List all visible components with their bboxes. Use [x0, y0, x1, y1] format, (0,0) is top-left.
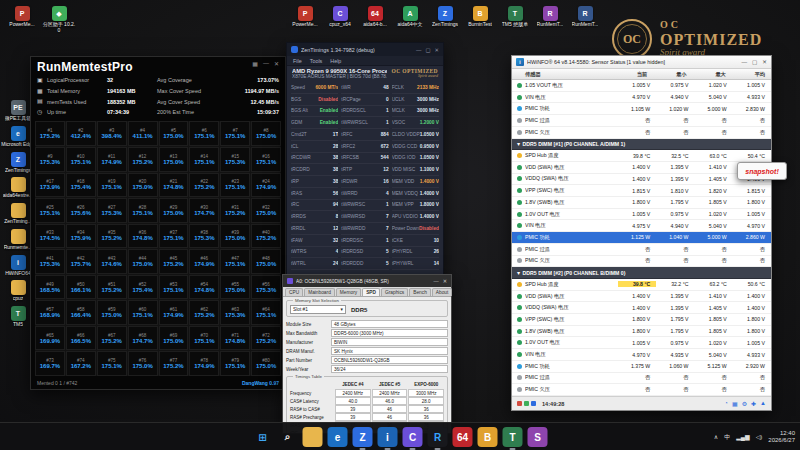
desktop-icon[interactable]: ◆ 分区助手 10.2.0	[42, 6, 76, 34]
sensor-row[interactable]: VIN 电压 4.970 V 4.940 V 5.040 V 4.933 V	[512, 92, 771, 104]
taskbar-app-icon[interactable]: i	[378, 427, 398, 447]
desktop-icon[interactable]: C cpuz_x64	[323, 6, 357, 28]
menu-item[interactable]: Tools	[310, 58, 323, 64]
sensor-avg: 1.005 V	[733, 211, 771, 217]
sensor-row[interactable]: PMIC 过温 否 否 否 否	[512, 244, 771, 256]
sensor-row[interactable]: PMIC 过温 否 否 否 否	[512, 115, 771, 127]
desktop-icon[interactable]: 64 aida64-b...	[358, 6, 392, 28]
desktop-icon[interactable]: P PowerMe...	[288, 6, 322, 28]
sensor-row[interactable]: SPD Hub 温度 39.8 °C 32.5 °C 63.0 °C 50.4 …	[512, 150, 771, 162]
tab[interactable]: CPU	[285, 288, 303, 296]
menu-item[interactable]: Help	[330, 58, 341, 64]
cell-coverage: 166.4%	[71, 312, 91, 318]
snapshot-button[interactable]: snapshot!	[737, 162, 787, 180]
sensor-row[interactable]: VDDQ (SWA) 电压 1.400 V 1.395 V 1.405 V 1.…	[512, 302, 771, 314]
close-icon[interactable]: ✕	[274, 60, 279, 67]
desktop-icon[interactable]: P PowerMe...	[5, 6, 39, 34]
taskbar-app-icon[interactable]: R	[428, 427, 448, 447]
memtest-cell: #27 175.3%	[97, 198, 127, 223]
timing-row: Cmd2T 1T	[291, 129, 338, 141]
desktop-icon[interactable]: R RunMemT...	[533, 6, 567, 28]
sensor-row[interactable]: 1.05 VOUT 电压 1.005 V 0.975 V 1.020 V 1.0…	[512, 80, 771, 92]
sensor-row[interactable]: PMIC 欠压 否 否 否 否	[512, 127, 771, 139]
memtest-grid-icon[interactable]: ▦	[252, 60, 258, 67]
taskbar-app-icon[interactable]: T	[503, 427, 523, 447]
sensor-max: 63.2 °C	[695, 281, 733, 287]
cell-coverage: 174.9%	[194, 261, 214, 267]
tab[interactable]: Mainboard	[304, 288, 335, 296]
desktop-icon[interactable]: Z ZenTimings	[428, 6, 462, 28]
taskbar-app-icon[interactable]: 64	[453, 427, 473, 447]
taskbar-clock[interactable]: 12:40 2026/6/27	[768, 430, 795, 445]
taskbar-app-icon[interactable]: B	[478, 427, 498, 447]
memtest-cell: #17 173.9%	[35, 173, 65, 198]
memory-slot-select[interactable]: Slot #1 ▾	[290, 305, 346, 314]
sensor-row[interactable]: PMIC 欠压 否 否 否 否	[512, 384, 771, 396]
tray-icon[interactable]: ▂▄▆	[736, 433, 749, 442]
memtest-cell: #66 166.5%	[66, 326, 96, 351]
minimize-icon[interactable]: —	[741, 59, 747, 65]
desktop-icon[interactable]: R RunMemT...	[568, 6, 602, 28]
minimize-icon[interactable]: —	[433, 278, 438, 284]
close-icon[interactable]: ✕	[762, 59, 767, 65]
sensor-max: 否	[695, 129, 733, 136]
timing-row: tRC 94	[291, 200, 338, 212]
sensor-row[interactable]: 1.8V (SWB) 电压 1.800 V 1.795 V 1.805 V 1.…	[512, 197, 771, 209]
minimize-icon[interactable]: —	[416, 47, 421, 53]
cpuz-title: A0: OCBNL59260DW1-Q28GB (48GB, SR)	[296, 279, 430, 284]
statusbar-button-icon[interactable]: ✚	[751, 400, 756, 407]
desktop-icon[interactable]: B BurninTest	[463, 6, 497, 28]
sensor-row[interactable]: PMIC 功耗 1.105 W 1.020 W 5.000 W 2.830 W	[512, 103, 771, 115]
sensor-min: 1.395 V	[656, 176, 694, 182]
tab[interactable]: SPD	[362, 288, 380, 296]
sensor-row[interactable]: VDD (SWA) 电压 1.400 V 1.395 V 1.410 V 1.4…	[512, 291, 771, 303]
taskbar-app-icon[interactable]: Z	[353, 427, 373, 447]
sensor-row[interactable]: PMIC 功耗 1.125 W 1.040 W 5.000 W 2.860 W	[512, 232, 771, 244]
sensor-row[interactable]: VIN 电压 4.975 V 4.940 V 5.040 V 4.970 V	[512, 220, 771, 232]
sensor-current: 1.005 V	[618, 340, 656, 346]
sensor-row[interactable]: PMIC 欠压 否 否 否 否	[512, 256, 771, 268]
timing-value: 40.0	[335, 397, 371, 405]
sensor-row[interactable]: SPD Hub 温度 39.8 °C 32.2 °C 63.2 °C 50.6 …	[512, 279, 771, 291]
minimize-icon[interactable]: —	[263, 60, 269, 67]
statusbar-button-icon[interactable]: ▦	[732, 400, 738, 407]
taskbar-app-icon[interactable]: ⌕	[278, 427, 298, 447]
sensor-row[interactable]: PMIC 功耗 1.375 W 1.060 W 5.125 W 2.920 W	[512, 361, 771, 373]
tab[interactable]: Bench	[409, 288, 431, 296]
menu-item[interactable]: File	[293, 58, 302, 64]
close-icon[interactable]: ✕	[434, 47, 439, 53]
statusbar-button-icon[interactable]: ◔	[724, 400, 728, 407]
sensor-row[interactable]: 1.8V (SWB) 电压 1.800 V 1.795 V 1.805 V 1.…	[512, 326, 771, 338]
maximize-icon[interactable]: ▢	[752, 59, 757, 65]
tray-icon[interactable]: ∧	[714, 433, 718, 442]
tab[interactable]: Graphics	[381, 288, 408, 296]
tray-icon[interactable]: 中	[724, 433, 730, 442]
maximize-icon[interactable]: ▢	[425, 47, 430, 53]
sensor-row[interactable]: VIN 电压 4.970 V 4.935 V 5.040 V 4.933 V	[512, 349, 771, 361]
taskbar-app-icon[interactable]: e	[328, 427, 348, 447]
sensor-avg: 1.005 V	[733, 82, 771, 88]
statusbar-button-icon[interactable]: ⚙	[742, 400, 747, 407]
sensor-row[interactable]: PMIC 过温 否 否 否 否	[512, 373, 771, 385]
sensor-row[interactable]: VDDQ (SWA) 电压 1.400 V 1.395 V 1.405 V 1.…	[512, 174, 771, 186]
cell-coverage: 412.4%	[71, 133, 91, 139]
tab[interactable]: About	[432, 288, 453, 296]
taskbar-app-icon[interactable]: C	[403, 427, 423, 447]
close-icon[interactable]: ✕	[443, 278, 447, 284]
sensor-row[interactable]: VDD (SWA) 电压 1.400 V 1.395 V 1.410 V 1.4…	[512, 162, 771, 174]
sensor-row[interactable]: 1.0V OUT 电压 1.005 V 0.975 V 1.020 V 1.00…	[512, 337, 771, 349]
sensor-label: PMIC 过温	[525, 117, 618, 124]
taskbar-app-icon[interactable]: ⊞	[253, 427, 273, 447]
sensor-row[interactable]: ▼ DDR5 DIMM [#2] (P0 CHANNEL B/DIMM 0)	[512, 267, 771, 279]
taskbar-app-icon[interactable]: S	[528, 427, 548, 447]
desktop-icon[interactable]: T TM5 绝版单	[498, 6, 532, 28]
sensor-row[interactable]: ▼ DDR5 DIMM [#1] (P0 CHANNEL A/DIMM 1)	[512, 139, 771, 151]
tab[interactable]: Memory	[336, 288, 361, 296]
statusbar-button-icon[interactable]: ▲	[760, 400, 766, 407]
sensor-row[interactable]: 1.0V OUT 电压 1.005 V 0.975 V 1.020 V 1.00…	[512, 209, 771, 221]
desktop-icon[interactable]: A aida64中文	[393, 6, 427, 28]
sensor-row[interactable]: VPP (SWC) 电压 1.800 V 1.795 V 1.805 V 1.8…	[512, 314, 771, 326]
taskbar-app-icon[interactable]	[303, 427, 323, 447]
tray-icon[interactable]: ◁)	[756, 433, 763, 442]
sensor-row[interactable]: VPP (SWC) 电压 1.815 V 1.810 V 1.820 V 1.8…	[512, 185, 771, 197]
